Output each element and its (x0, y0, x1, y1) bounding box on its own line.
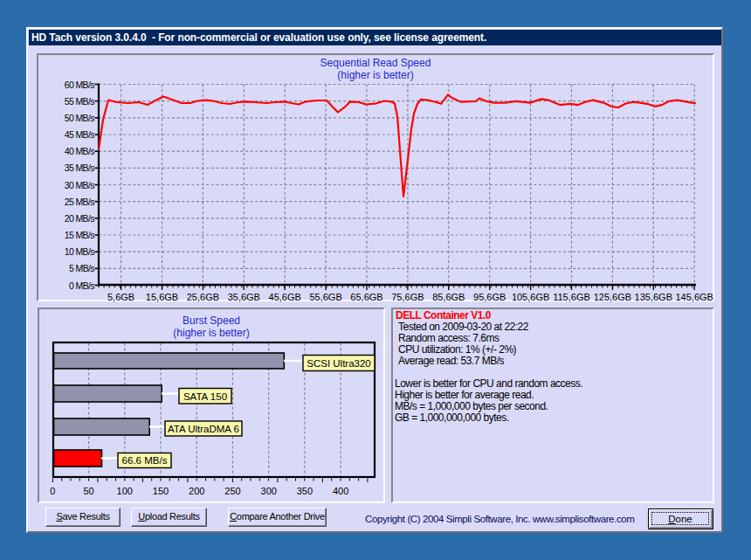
svg-text:25 MB/s: 25 MB/s (65, 197, 95, 207)
svg-text:145,6GB: 145,6GB (675, 292, 713, 302)
svg-text:55,6GB: 55,6GB (309, 292, 341, 302)
svg-text:55 MB/s: 55 MB/s (65, 96, 95, 107)
svg-text:250: 250 (224, 486, 240, 496)
svg-text:10 MB/s: 10 MB/s (65, 246, 95, 257)
svg-text:115,6GB: 115,6GB (553, 292, 590, 302)
svg-text:40 MB/s: 40 MB/s (65, 146, 95, 156)
svg-text:150: 150 (153, 486, 169, 496)
svg-text:45,6GB: 45,6GB (269, 292, 301, 302)
svg-text:85,6GB: 85,6GB (432, 292, 465, 302)
svg-text:300: 300 (261, 486, 277, 496)
svg-text:200: 200 (189, 486, 204, 496)
svg-text:15 MB/s: 15 MB/s (65, 230, 95, 240)
svg-text:0 MB/s: 0 MB/s (69, 280, 94, 291)
svg-text:(higher is better): (higher is better) (173, 327, 249, 339)
svg-text:65,6GB: 65,6GB (350, 292, 382, 302)
svg-text:35,6GB: 35,6GB (228, 292, 260, 302)
svg-text:25,6GB: 25,6GB (187, 292, 219, 302)
svg-text:20 MB/s: 20 MB/s (65, 213, 95, 224)
svg-text:66.6 MB/s: 66.6 MB/s (122, 455, 168, 466)
svg-text:60 MB/s: 60 MB/s (65, 80, 95, 90)
svg-text:35 MB/s: 35 MB/s (65, 162, 95, 173)
svg-text:95,6GB: 95,6GB (473, 292, 506, 302)
svg-text:Sequential Read Speed: Sequential Read Speed (320, 57, 431, 69)
svg-text:400: 400 (333, 486, 348, 496)
svg-text:350: 350 (297, 486, 313, 496)
svg-text:SCSI Ultra320: SCSI Ultra320 (307, 358, 371, 369)
svg-text:50: 50 (83, 486, 93, 496)
svg-text:ATA UltraDMA 6: ATA UltraDMA 6 (168, 424, 239, 434)
svg-text:0: 0 (50, 486, 55, 496)
svg-text:100: 100 (117, 486, 133, 496)
svg-text:125,6GB: 125,6GB (594, 292, 631, 302)
svg-text:15,6GB: 15,6GB (146, 292, 178, 302)
svg-text:105,6GB: 105,6GB (512, 292, 549, 302)
svg-text:SATA 150: SATA 150 (183, 391, 227, 402)
svg-text:50 MB/s: 50 MB/s (65, 113, 95, 123)
svg-text:30 MB/s: 30 MB/s (65, 180, 95, 190)
svg-text:Burst Speed: Burst Speed (183, 315, 240, 327)
svg-text:5,6GB: 5,6GB (107, 292, 134, 302)
svg-text:5 MB/s: 5 MB/s (69, 263, 94, 273)
svg-text:(higher is better): (higher is better) (337, 69, 413, 81)
svg-text:135,6GB: 135,6GB (635, 292, 672, 302)
svg-text:45 MB/s: 45 MB/s (65, 129, 95, 140)
svg-text:75,6GB: 75,6GB (391, 292, 424, 302)
